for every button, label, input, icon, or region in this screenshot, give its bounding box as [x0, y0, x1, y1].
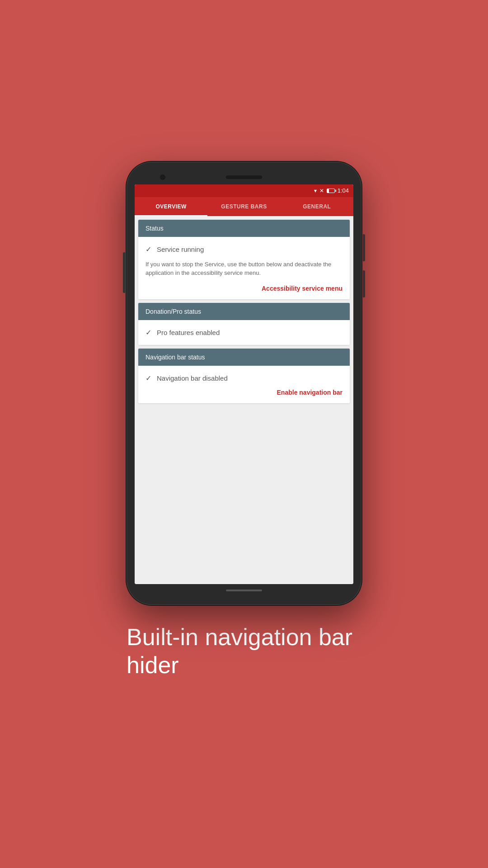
- service-running-item: ✓ Service running: [145, 242, 343, 256]
- nav-bar-status-card: Navigation bar status ✓ Navigation bar d…: [138, 349, 350, 403]
- status-card-content: ✓ Service running If you want to stop th…: [138, 237, 350, 299]
- nav-bar-card-content: ✓ Navigation bar disabled Enable navigat…: [138, 366, 350, 403]
- service-running-label: Service running: [157, 245, 204, 253]
- content-area: Status ✓ Service running If you want to …: [135, 216, 353, 584]
- donation-card-content: ✓ Pro features enabled: [138, 320, 350, 345]
- donation-card-title: Donation/Pro status: [145, 308, 201, 315]
- pro-features-label: Pro features enabled: [157, 329, 220, 336]
- volume-button[interactable]: [123, 252, 125, 293]
- status-card-header: Status: [138, 220, 350, 237]
- check-icon-nav: ✓: [145, 374, 151, 382]
- phone-screen: ▾ ✕ 1:04 OVERVIEW GESTURE BARS GENERAL: [135, 184, 353, 584]
- phone-frame: ▾ ✕ 1:04 OVERVIEW GESTURE BARS GENERAL: [127, 162, 361, 605]
- phone-bottom: [135, 584, 353, 597]
- check-icon: ✓: [145, 245, 151, 254]
- tab-gesture-bars[interactable]: GESTURE BARS: [207, 197, 280, 216]
- phone-top-area: [135, 170, 353, 184]
- tab-general[interactable]: GENERAL: [281, 197, 353, 216]
- battery-fill: [327, 189, 329, 193]
- nav-bar-card-header: Navigation bar status: [138, 349, 350, 366]
- power-button[interactable]: [363, 234, 365, 261]
- nav-bar-disabled-label: Navigation bar disabled: [157, 374, 228, 382]
- donation-card-header: Donation/Pro status: [138, 303, 350, 320]
- status-bar: ▾ ✕ 1:04: [135, 184, 353, 197]
- tab-overview[interactable]: OVERVIEW: [135, 197, 207, 216]
- tab-bar: OVERVIEW GESTURE BARS GENERAL: [135, 197, 353, 216]
- nav-bar-card-title: Navigation bar status: [145, 354, 205, 361]
- earpiece-speaker: [226, 175, 262, 179]
- status-card: Status ✓ Service running If you want to …: [138, 220, 350, 299]
- battery-icon: [327, 189, 335, 193]
- tagline: Built-in navigation bar hider: [127, 623, 361, 679]
- accessibility-service-menu-link[interactable]: Accessibility service menu: [145, 281, 343, 294]
- status-card-title: Status: [145, 225, 164, 232]
- front-camera: [160, 175, 165, 180]
- check-icon-pro: ✓: [145, 328, 151, 337]
- home-indicator[interactable]: [226, 590, 262, 591]
- pro-features-item: ✓ Pro features enabled: [145, 326, 343, 340]
- volume-down-button[interactable]: [363, 270, 365, 297]
- enable-navigation-bar-link[interactable]: Enable navigation bar: [145, 385, 343, 398]
- status-time: 1:04: [338, 187, 349, 194]
- nav-bar-disabled-item: ✓ Navigation bar disabled: [145, 371, 343, 385]
- signal-icon: ✕: [319, 188, 324, 194]
- wifi-icon: ▾: [314, 188, 317, 194]
- phone-wrapper: ▾ ✕ 1:04 OVERVIEW GESTURE BARS GENERAL: [127, 162, 361, 679]
- status-description: If you want to stop the Service, use the…: [145, 256, 343, 281]
- donation-card: Donation/Pro status ✓ Pro features enabl…: [138, 303, 350, 345]
